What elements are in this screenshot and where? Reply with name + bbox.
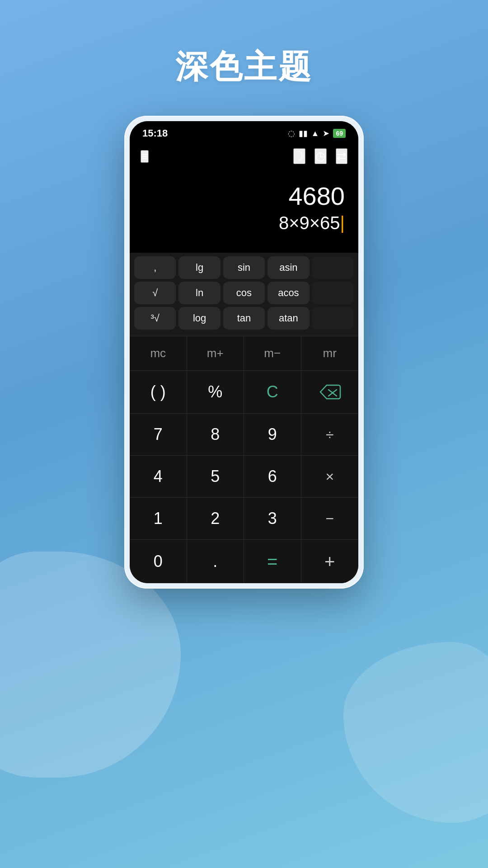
- zero-button[interactable]: 0: [130, 539, 187, 583]
- key-row-0: 0 . = +: [130, 539, 358, 583]
- key-row-456: 4 5 6 ×: [130, 455, 358, 497]
- page-title: 深色主题: [175, 45, 313, 89]
- decimal-button[interactable]: .: [187, 539, 244, 583]
- acos-button[interactable]: acos: [267, 282, 309, 304]
- phone-inner: 15:18 ◌ ▮▮ ▲ ➤ 69 ≡ ☽ ◷ ⇄ 4680: [130, 121, 358, 583]
- nine-button[interactable]: 9: [244, 413, 301, 455]
- signal-icon: ◌: [288, 128, 295, 138]
- percent-button[interactable]: %: [187, 370, 244, 413]
- convert-button[interactable]: ⇄: [336, 148, 347, 164]
- wifi-icon: ▲: [311, 129, 319, 138]
- log-button[interactable]: log: [178, 307, 220, 330]
- vibrate-icon: ▮▮: [299, 128, 308, 138]
- expression-display: 8×9×65|: [279, 211, 345, 235]
- sqrt-button[interactable]: √: [134, 282, 176, 304]
- five-button[interactable]: 5: [187, 455, 244, 497]
- key-row-789: 7 8 9 ÷: [130, 413, 358, 455]
- parenthesis-button[interactable]: ( ): [130, 370, 187, 413]
- status-bar: 15:18 ◌ ▮▮ ▲ ➤ 69: [130, 121, 358, 143]
- lg-button[interactable]: lg: [178, 256, 220, 279]
- header-icons: ☽ ◷ ⇄: [293, 148, 347, 164]
- scientific-section: , lg sin asin √ ln cos acos ³√ log tan a…: [130, 253, 358, 336]
- result-display: 4680: [288, 181, 345, 211]
- tan-button[interactable]: tan: [223, 307, 265, 330]
- menu-button[interactable]: ≡: [141, 150, 149, 163]
- three-button[interactable]: 3: [244, 497, 301, 539]
- bg-decoration-2: [343, 642, 488, 823]
- two-button[interactable]: 2: [187, 497, 244, 539]
- add-button[interactable]: +: [301, 539, 359, 583]
- extra1-button[interactable]: [312, 256, 354, 279]
- status-icons: ◌ ▮▮ ▲ ➤ 69: [288, 128, 346, 138]
- sci-row-3: ³√ log tan atan: [134, 307, 354, 330]
- m-plus-button[interactable]: m+: [187, 336, 244, 370]
- display-area: 4680 8×9×65|: [130, 171, 358, 253]
- clear-button[interactable]: C: [244, 370, 301, 413]
- extra3-button[interactable]: [312, 307, 354, 330]
- seven-button[interactable]: 7: [130, 413, 187, 455]
- atan-button[interactable]: atan: [267, 307, 309, 330]
- backspace-button[interactable]: [301, 370, 359, 413]
- key-row-123: 1 2 3 −: [130, 497, 358, 539]
- divide-button[interactable]: ÷: [301, 413, 359, 455]
- extra2-button[interactable]: [312, 282, 354, 304]
- m-minus-button[interactable]: m−: [244, 336, 301, 370]
- multiply-button[interactable]: ×: [301, 455, 359, 497]
- comma-button[interactable]: ,: [134, 256, 176, 279]
- one-button[interactable]: 1: [130, 497, 187, 539]
- cbrt-button[interactable]: ³√: [134, 307, 176, 330]
- battery-icon: 69: [333, 129, 346, 138]
- eight-button[interactable]: 8: [187, 413, 244, 455]
- subtract-button[interactable]: −: [301, 497, 359, 539]
- backspace-icon: [319, 383, 341, 401]
- four-button[interactable]: 4: [130, 455, 187, 497]
- mr-button[interactable]: mr: [301, 336, 359, 370]
- mc-button[interactable]: mc: [130, 336, 187, 370]
- ln-button[interactable]: ln: [178, 282, 220, 304]
- sci-row-1: , lg sin asin: [134, 256, 354, 279]
- asin-button[interactable]: asin: [267, 256, 309, 279]
- six-button[interactable]: 6: [244, 455, 301, 497]
- phone-mockup: 15:18 ◌ ▮▮ ▲ ➤ 69 ≡ ☽ ◷ ⇄ 4680: [124, 116, 364, 589]
- sci-row-2: √ ln cos acos: [134, 282, 354, 304]
- equals-button[interactable]: =: [244, 539, 301, 583]
- status-time: 15:18: [142, 127, 168, 139]
- app-header: ≡ ☽ ◷ ⇄: [130, 143, 358, 171]
- history-button[interactable]: ◷: [314, 148, 327, 164]
- night-mode-button[interactable]: ☽: [293, 148, 305, 164]
- sin-button[interactable]: sin: [223, 256, 265, 279]
- memory-row: mc m+ m− mr: [130, 336, 358, 370]
- key-row-special: ( ) % C: [130, 370, 358, 413]
- cos-button[interactable]: cos: [223, 282, 265, 304]
- keypad: ( ) % C 7 8 9 ÷ 4: [130, 370, 358, 583]
- cursor: |: [340, 213, 345, 233]
- airplane-icon: ➤: [323, 128, 329, 138]
